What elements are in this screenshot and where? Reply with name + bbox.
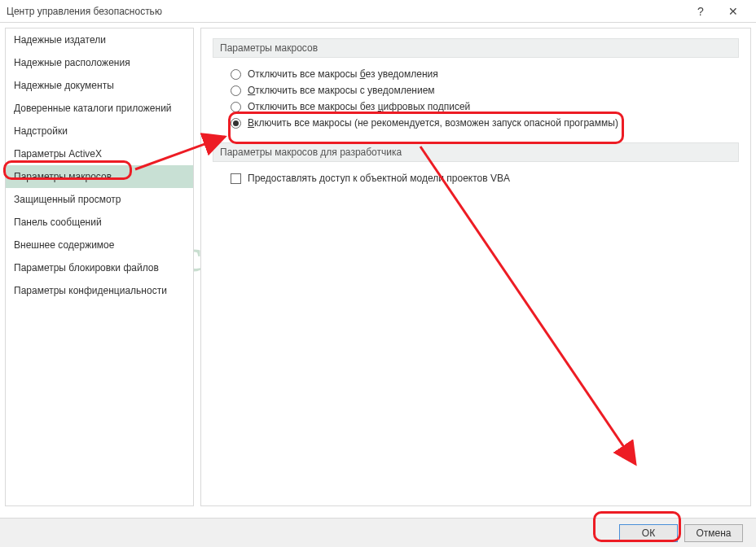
macro-radio-group: Отключить все макросы без уведомленияОтк… (213, 66, 739, 131)
radio-label: Отключить все макросы с уведомлением (248, 85, 435, 96)
main-area: Надежные издателиНадежные расположенияНа… (0, 23, 756, 511)
macro-radio-3[interactable]: Включить все макросы (не рекомендуется, … (213, 115, 739, 131)
sidebar-item-3[interactable]: Доверенные каталоги приложений (6, 97, 193, 120)
vba-access-checkbox-row[interactable]: Предоставлять доступ к объектной модели … (213, 170, 739, 186)
sidebar-item-11[interactable]: Параметры конфиденциальности (6, 279, 193, 302)
sidebar-item-2[interactable]: Надежные документы (6, 74, 193, 97)
sidebar: Надежные издателиНадежные расположенияНа… (5, 28, 194, 506)
titlebar: Центр управления безопасностью ? ✕ (0, 0, 756, 23)
content-panel: Параметры макросов Отключить все макросы… (200, 28, 751, 506)
radio-icon (231, 85, 241, 96)
macro-radio-2[interactable]: Отключить все макросы без цифровых подпи… (213, 98, 739, 115)
sidebar-item-5[interactable]: Параметры ActiveX (6, 142, 193, 165)
window-title: Центр управления безопасностью (7, 6, 684, 17)
checkbox-icon (231, 173, 241, 184)
sidebar-item-6[interactable]: Параметры макросов (6, 165, 193, 188)
sidebar-item-0[interactable]: Надежные издатели (6, 28, 193, 51)
sidebar-item-10[interactable]: Параметры блокировки файлов (6, 256, 193, 279)
macro-radio-1[interactable]: Отключить все макросы с уведомлением (213, 82, 739, 98)
radio-label: Отключить все макросы без цифровых подпи… (248, 101, 470, 112)
sidebar-item-8[interactable]: Панель сообщений (6, 211, 193, 234)
close-button[interactable]: ✕ (717, 0, 749, 23)
radio-icon (231, 102, 241, 112)
sidebar-item-4[interactable]: Надстройки (6, 120, 193, 142)
help-button[interactable]: ? (684, 0, 717, 23)
radio-icon (231, 69, 241, 80)
radio-label: Отключить все макросы без уведомления (248, 68, 438, 80)
radio-label: Включить все макросы (не рекомендуется, … (248, 117, 618, 129)
sidebar-item-1[interactable]: Надежные расположения (6, 51, 193, 74)
radio-icon (231, 118, 241, 129)
group-dev-macro-header: Параметры макросов для разработчика (213, 142, 739, 162)
sidebar-item-7[interactable]: Защищенный просмотр (6, 188, 193, 211)
sidebar-item-9[interactable]: Внешнее содержимое (6, 234, 193, 256)
dialog-footer: ОК Отмена (0, 518, 756, 547)
cancel-button[interactable]: Отмена (684, 524, 743, 542)
macro-radio-0[interactable]: Отключить все макросы без уведомления (213, 66, 739, 82)
ok-button[interactable]: ОК (619, 524, 678, 542)
vba-access-label: Предоставлять доступ к объектной модели … (248, 173, 510, 184)
group-macro-settings-header: Параметры макросов (213, 38, 739, 58)
